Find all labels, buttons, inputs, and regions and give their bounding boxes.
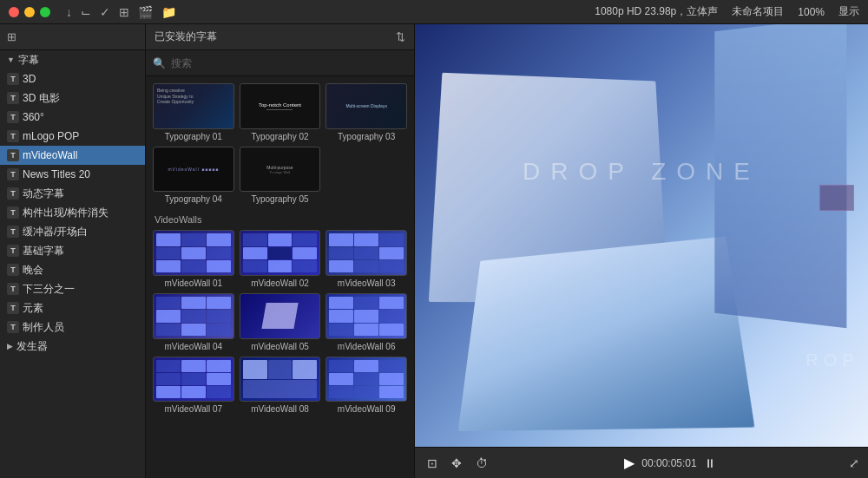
sort-icon[interactable]: ⇅ [396,30,405,43]
maximize-button[interactable] [40,7,50,17]
vw05-image [240,293,321,339]
sidebar-item-lower[interactable]: T 下三分之一 [0,279,145,298]
videowalls-grid: mVideoWall 01 mVideoWall 02 [153,230,407,414]
typo05-label: Typography 05 [240,194,321,204]
sidebar-item-credits-label: 制作人员 [23,320,64,335]
section-caption-header[interactable]: ▼ 字幕 [0,50,145,69]
vw09-label: mVideoWall 09 [326,404,407,414]
vw09-image [326,357,407,403]
sidebar-toolbar-icon1[interactable]: ⊞ [7,30,16,43]
preview-transform-button[interactable]: ✥ [448,455,465,472]
sidebar-item-evening[interactable]: T 晚会 [0,260,145,279]
sidebar-item-buffer-label: 缓冲器/开场白 [23,225,88,239]
thumbnail-typo05[interactable]: Multi-purpose Footage Wall Typography 05 [240,147,321,205]
sidebar-item-360-label: 360° [23,111,44,123]
typo02-image: Top-notch Content [240,83,321,129]
preview-resize-button[interactable]: ⊡ [424,455,441,472]
zoom-label: 100% [798,6,825,18]
titlebar-tools: ↓ ⌙ ✓ ⊞ 🎬 📁 [66,5,176,19]
vw03-image [326,230,407,276]
t-icon: T [7,302,19,314]
thumbnail-vw01[interactable]: mVideoWall 01 [153,230,234,288]
thumbnail-vw05[interactable]: mVideoWall 05 [240,293,321,351]
t-icon: T [7,283,19,295]
main-layout: ⊞ ▼ 字幕 T 3D T 3D 电影 T 360° T mLogo POP [0,24,868,478]
vw04-grid [154,294,233,338]
sidebar-item-3d-film[interactable]: T 3D 电影 [0,88,145,108]
videowalls-section-label: VideoWalls [153,214,407,225]
sidebar-item-3d[interactable]: T 3D [0,69,145,88]
t-icon: T [7,73,19,85]
sidebar-item-credits[interactable]: T 制作人员 [0,318,145,337]
vw04-image [153,293,234,339]
vw03-label: mVideoWall 03 [326,278,407,288]
minimize-button[interactable] [24,7,35,17]
thumbnail-typo01[interactable]: Being creativeUnique Strategy toCreate O… [153,83,234,141]
current-time-display: 00:00:05:01 [641,457,696,469]
typo03-content: Multi-screen Displays [345,103,387,108]
t-icon: T [7,321,19,333]
thumbnail-typo04[interactable]: mVideoWall ■■■■■ Typography 04 [153,147,234,205]
typo01-label: Typography 01 [153,132,234,141]
sidebar-item-basic[interactable]: T 基础字幕 [0,241,145,260]
sidebar-item-newstitles-label: News Titles 20 [23,168,90,180]
thumbnail-vw04[interactable]: mVideoWall 04 [153,293,234,351]
fullscreen-button[interactable]: ⤢ [849,456,859,470]
thumbnail-typo02[interactable]: Top-notch Content Typography 02 [240,83,321,141]
thumbnail-vw03[interactable]: mVideoWall 03 [326,230,407,288]
search-bar: 🔍 [146,50,414,76]
middle-content: Being creativeUnique Strategy toCreate O… [146,76,414,478]
thumbnail-vw02[interactable]: mVideoWall 02 [240,230,321,288]
section-generator-header[interactable]: ▶ 发生器 [0,337,145,356]
sidebar-item-newstitles[interactable]: T News Titles 20 [0,165,145,184]
thumbnail-vw07[interactable]: mVideoWall 07 [153,357,234,415]
t-icon: T [7,245,19,257]
sidebar-item-elements[interactable]: T 元素 [0,298,145,318]
sidebar-item-dynamic-label: 动态字幕 [23,187,64,201]
t-icon: T [7,111,19,123]
sidebar-item-dynamic[interactable]: T 动态字幕 [0,184,145,203]
preview-background: DROP ZONE ROP [415,24,868,447]
play-button[interactable]: ▶ [624,455,635,471]
project-icon[interactable]: 📁 [161,5,176,19]
typo02-content: Top-notch Content [259,102,301,110]
section-gen-chevron: ▶ [7,342,13,350]
thumbnail-vw09[interactable]: mVideoWall 09 [326,357,407,415]
library-icon[interactable]: ⊞ [119,5,129,19]
project-name-label: 未命名项目 [732,4,784,19]
sidebar-item-buildin[interactable]: T 构件出现/构件消失 [0,203,145,222]
search-input[interactable] [171,57,407,69]
section-chevron-down: ▼ [7,56,15,64]
sidebar-item-buffer[interactable]: T 缓冲器/开场白 [0,222,145,241]
pause-button[interactable]: ⏸ [704,456,716,470]
close-button[interactable] [9,7,19,17]
vw07-label: mVideoWall 07 [153,404,234,414]
thumbnail-typo03[interactable]: Multi-screen Displays Typography 03 [326,83,407,141]
sidebar-item-evening-label: 晚会 [23,263,43,278]
thumbnail-vw08[interactable]: mVideoWall 08 [240,357,321,415]
thumbnail-vw06[interactable]: mVideoWall 06 [326,293,407,351]
vw02-image [240,230,321,276]
sidebar-toolbar: ⊞ [0,24,145,50]
check-icon[interactable]: ✓ [100,5,110,19]
shape-container [415,24,868,447]
typo01-image: Being creativeUnique Strategy toCreate O… [153,83,234,129]
download-icon[interactable]: ↓ [66,5,72,19]
middle-header: 已安装的字幕 ⇅ [146,24,414,50]
vw02-grid [240,231,320,275]
vw08-image [240,357,321,403]
t-icon: T [7,168,19,180]
preview-speed-button[interactable]: ⏱ [472,455,491,472]
vw03-grid [326,231,406,275]
sidebar-item-lower-label: 下三分之一 [23,282,75,297]
vw09-grid [326,357,406,402]
plane1 [458,236,755,431]
sidebar-item-360[interactable]: T 360° [0,108,145,127]
preview-controls: ⊡ ✥ ⏱ ▶ 00:00:05:01 ⏸ ⤢ [415,447,868,478]
key-icon[interactable]: ⌙ [81,5,91,19]
sidebar-item-mlogo[interactable]: T mLogo POP [0,127,145,146]
sidebar-item-mvideowall[interactable]: T mVideoWall [0,146,145,165]
typo03-image: Multi-screen Displays [326,83,407,129]
media-icon[interactable]: 🎬 [138,5,153,19]
display-button[interactable]: 显示 [838,4,859,19]
